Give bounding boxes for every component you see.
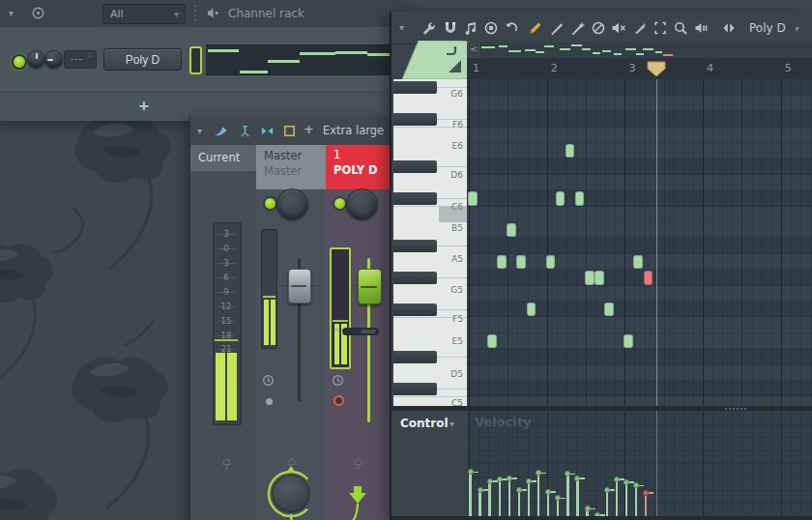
zoom-icon[interactable] [673, 20, 688, 36]
note[interactable] [624, 334, 633, 349]
mixer-size-label[interactable]: Extra large [323, 124, 384, 137]
channel-select-pill[interactable] [189, 46, 202, 74]
note[interactable] [527, 303, 536, 317]
clock-icon[interactable] [332, 374, 344, 387]
piano-roll-scrollbar[interactable]: < [467, 43, 812, 58]
velocity-dot[interactable] [526, 478, 532, 484]
pattern-selector-caret[interactable]: ▾ [795, 24, 799, 34]
channel-rack-menu-caret[interactable]: ▾ [9, 9, 14, 18]
note[interactable] [507, 223, 516, 238]
mixer-menu-caret[interactable]: ▾ [197, 127, 202, 136]
black-key[interactable] [393, 303, 437, 316]
playhead-marker[interactable] [647, 61, 666, 78]
mixer-link-icon[interactable] [260, 124, 275, 138]
brushplus-icon[interactable] [570, 20, 586, 36]
route-to-master-arrow[interactable] [326, 464, 391, 520]
note[interactable] [546, 255, 556, 270]
pattern-selector[interactable]: Poly D [749, 21, 786, 35]
control-lane-caret[interactable]: ▾ [450, 419, 454, 429]
velocity-dot[interactable] [555, 495, 561, 501]
velocity-stem[interactable] [557, 498, 559, 516]
clock-icon[interactable] [262, 374, 275, 387]
black-key[interactable] [393, 383, 437, 395]
note[interactable] [487, 334, 497, 349]
record-dot[interactable] [266, 398, 273, 405]
control-lane-selector[interactable]: Control [400, 417, 449, 430]
track-mute-led[interactable] [333, 196, 347, 211]
velocity-stem[interactable] [478, 490, 480, 516]
volume-fader[interactable] [288, 269, 311, 303]
piano-roll-corner-tool[interactable] [395, 41, 471, 80]
mixer-rect-icon[interactable] [282, 124, 297, 138]
velocity-dot[interactable] [497, 477, 503, 482]
note[interactable] [594, 271, 604, 285]
velocity-dot[interactable] [516, 487, 522, 493]
velocity-lane[interactable]: Velocity [467, 411, 812, 516]
mute-icon[interactable] [611, 20, 626, 36]
note[interactable] [468, 191, 478, 206]
speaker-icon[interactable] [206, 6, 221, 20]
note[interactable] [575, 191, 585, 206]
plugin-slot-icon[interactable] [220, 457, 233, 472]
velocity-stem[interactable] [499, 479, 501, 516]
mixer-track-master[interactable]: Master Master [256, 145, 327, 520]
note[interactable] [516, 255, 526, 270]
note[interactable] [556, 191, 566, 206]
velocity-dot[interactable] [545, 489, 551, 495]
magnet-icon[interactable] [443, 20, 458, 36]
black-key[interactable] [393, 192, 437, 205]
velocity-stem[interactable] [518, 490, 520, 516]
velocity-stem[interactable] [508, 478, 510, 516]
velocity-stem[interactable] [576, 478, 578, 516]
piano-keyboard[interactable]: G6F6E6D6C6B5A5G5F5E5D5C5 [393, 79, 469, 406]
channel-volume-knob[interactable] [44, 50, 63, 69]
note[interactable] [497, 255, 507, 270]
mixer-sweep-icon[interactable] [213, 124, 228, 139]
velocity-stem-selected[interactable] [645, 493, 647, 516]
black-key[interactable] [393, 272, 437, 284]
slice-icon[interactable] [632, 20, 648, 36]
velocity-dot[interactable] [468, 469, 474, 475]
channel-pattern-preview[interactable] [206, 44, 406, 75]
black-key[interactable] [393, 160, 437, 173]
piano-roll-menu-caret[interactable]: ▾ [399, 23, 404, 33]
channel-display-button[interactable]: --- ›‹ [64, 50, 97, 69]
channel-enable-led[interactable] [12, 54, 27, 70]
velocity-stem[interactable] [547, 492, 549, 516]
velocity-dot[interactable] [585, 506, 591, 511]
velocity-dot[interactable] [624, 479, 629, 485]
note-icon[interactable] [463, 20, 478, 36]
black-key[interactable] [393, 351, 437, 363]
track-pan-knob[interactable] [276, 188, 308, 220]
velocity-dot[interactable] [614, 477, 620, 482]
mixer-track-current[interactable]: Current 3036912151821 [190, 145, 257, 520]
black-key[interactable] [393, 113, 437, 126]
note-selected[interactable] [644, 271, 653, 285]
scrollbar-back-button[interactable]: < [467, 43, 481, 58]
velocity-dot[interactable] [633, 482, 639, 488]
note[interactable] [585, 271, 594, 285]
track-mute-led[interactable] [263, 196, 277, 211]
black-key[interactable] [393, 81, 437, 94]
black-key[interactable] [393, 240, 437, 252]
playpair-icon[interactable] [721, 20, 737, 36]
velocity-stem[interactable] [469, 472, 471, 516]
velocity-dot[interactable] [536, 470, 541, 476]
velocity-dot[interactable] [604, 487, 610, 493]
velocity-stem[interactable] [635, 485, 637, 516]
velocity-stem[interactable] [606, 490, 608, 516]
velocity-stem[interactable] [566, 474, 568, 516]
velocity-stem[interactable] [488, 481, 490, 516]
velocity-stem[interactable] [528, 481, 530, 516]
note[interactable] [633, 255, 643, 270]
pencil-icon[interactable] [528, 20, 543, 36]
velocity-stem[interactable] [537, 473, 539, 516]
wrench-icon[interactable] [421, 20, 437, 36]
track-pan-knob[interactable] [346, 188, 378, 220]
mixer-stand-icon[interactable] [238, 124, 252, 138]
swap-channel-icon[interactable] [31, 6, 45, 20]
route-slider[interactable] [342, 328, 379, 335]
undo-icon[interactable] [504, 20, 519, 36]
note[interactable] [604, 303, 614, 317]
velocity-dot[interactable] [574, 476, 580, 481]
